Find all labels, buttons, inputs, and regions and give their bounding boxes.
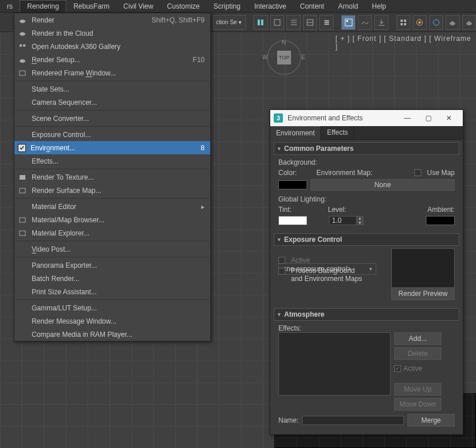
menu-render-message-window[interactable]: Render Message Window... xyxy=(14,314,210,328)
svg-rect-12 xyxy=(346,20,348,22)
menu-compare-media[interactable]: Compare Media in RAM Player... xyxy=(14,328,210,341)
maximize-button[interactable]: ▢ xyxy=(418,112,439,124)
svg-rect-28 xyxy=(23,44,25,47)
tint-label: Tint: xyxy=(278,206,324,214)
level-label: Level: xyxy=(328,206,374,214)
menu-render-cloud[interactable]: Render in the Cloud xyxy=(14,26,210,40)
use-map-checkbox[interactable] xyxy=(414,169,421,176)
tab-environment[interactable]: Environment xyxy=(270,126,321,140)
background-color-swatch[interactable] xyxy=(278,180,307,189)
menu-material-browser[interactable]: Material/Map Browser... xyxy=(14,213,210,226)
menu-render-surface-map[interactable]: Render Surface Map... xyxy=(14,184,210,197)
menu-render-setup[interactable]: Render Setup... F10 xyxy=(14,53,210,66)
menu-video-post[interactable]: Video Post... xyxy=(14,242,210,256)
menu-customize[interactable]: Customize xyxy=(160,1,207,12)
tab-effects[interactable]: Effects xyxy=(321,126,354,139)
active-label: Active xyxy=(403,365,422,373)
menu-batch-render[interactable]: Batch Render... xyxy=(14,272,210,285)
menu-render-to-texture[interactable]: Render To Texture... xyxy=(14,170,210,184)
rendering-menu: Render Shift+Q, Shift+F9 Render in the C… xyxy=(14,13,211,341)
panel-tabs: Environment Effects xyxy=(270,126,463,140)
minimize-button[interactable]: — xyxy=(397,112,418,124)
menu-effects[interactable]: Effects... xyxy=(14,154,210,168)
menu-rebusfarm[interactable]: RebusFarm xyxy=(66,1,116,12)
exposure-preview xyxy=(391,248,455,288)
svg-rect-16 xyxy=(401,23,403,25)
toolbar-icon[interactable] xyxy=(286,15,301,30)
menu-arnold[interactable]: Arnold xyxy=(331,1,365,12)
viewport-label[interactable]: [ + ] [ Front ] [ Standard ] [ Wireframe… xyxy=(335,35,476,51)
add-button[interactable]: Add... xyxy=(394,332,441,345)
move-down-button[interactable]: Move Down xyxy=(394,398,441,411)
panel-titlebar[interactable]: 3 Environment and Effects — ▢ ✕ xyxy=(270,110,463,126)
menu-separator xyxy=(16,299,209,300)
svg-point-25 xyxy=(20,20,25,23)
close-button[interactable]: ✕ xyxy=(439,112,459,124)
level-spinner[interactable]: 1.0 ▲▼ xyxy=(329,216,364,225)
svg-rect-8 xyxy=(324,20,329,21)
selection-set-dropdown[interactable]: ction Se ▾ xyxy=(213,15,246,30)
menu-rendered-frame-window[interactable]: Rendered Frame Window... xyxy=(14,66,210,79)
render-teapot-button[interactable] xyxy=(462,15,477,30)
rollout-header[interactable]: Common Parameters xyxy=(274,142,459,155)
menu-rendering[interactable]: Rendering xyxy=(20,0,66,12)
menu-scripting[interactable]: Scripting xyxy=(207,1,248,12)
svg-rect-22 xyxy=(451,21,454,22)
active-checkbox[interactable] xyxy=(394,365,401,372)
menu-render[interactable]: Render Shift+Q, Shift+F9 xyxy=(14,13,210,26)
delete-button[interactable]: Delete xyxy=(394,347,441,360)
menu-material-editor[interactable]: Material Editor ▸ xyxy=(14,200,210,213)
move-up-button[interactable]: Move Up xyxy=(394,383,441,396)
name-input[interactable] xyxy=(302,416,404,425)
render-preview-button[interactable]: Render Preview xyxy=(391,287,455,300)
menu-material-explorer[interactable]: Material Explorer... xyxy=(14,226,210,240)
menu-partial[interactable]: rs xyxy=(0,1,20,12)
menu-panorama-exporter[interactable]: Panorama Exporter... xyxy=(14,259,210,272)
ambient-label: Ambient: xyxy=(428,206,455,214)
toolbar-icon[interactable] xyxy=(413,15,427,30)
svg-rect-33 xyxy=(20,218,25,222)
effects-listbox[interactable] xyxy=(278,332,391,396)
process-bg-checkbox xyxy=(278,268,285,275)
render-setup-button[interactable] xyxy=(341,15,356,30)
menu-content[interactable]: Content xyxy=(293,1,331,12)
toolbar-icon[interactable] xyxy=(374,15,388,30)
merge-button[interactable]: Merge xyxy=(407,414,455,427)
rollout-common-parameters: Common Parameters Background: Color: Env… xyxy=(274,142,459,231)
menu-help[interactable]: Help xyxy=(365,1,393,12)
menu-gamma-lut-setup[interactable]: Gamma/LUT Setup... xyxy=(14,301,210,314)
toolbar-icon[interactable] xyxy=(429,15,444,30)
rollout-header[interactable]: Atmosphere xyxy=(274,308,459,321)
menu-scene-converter[interactable]: Scene Converter... xyxy=(14,112,210,125)
toolbar-icon[interactable] xyxy=(254,15,268,30)
spinner-up-icon[interactable]: ▲ xyxy=(356,217,363,221)
menu-environment[interactable]: Environment... 8 xyxy=(14,141,210,154)
viewcube-face[interactable]: TOP xyxy=(277,51,291,64)
menu-open-a360[interactable]: Open Autodesk A360 Gallery xyxy=(14,40,210,53)
menu-interactive[interactable]: Interactive xyxy=(247,1,293,12)
toolbar-icon[interactable] xyxy=(396,15,411,30)
env-map-button[interactable]: None xyxy=(311,179,455,191)
toolbar-icon[interactable] xyxy=(319,15,334,30)
active-label: Active xyxy=(291,256,310,264)
app-icon: 3 xyxy=(274,113,283,123)
menu-separator xyxy=(16,198,209,199)
menu-exposure-control[interactable]: Exposure Control... xyxy=(14,128,210,141)
use-map-label: Use Map xyxy=(427,169,455,177)
svg-rect-0 xyxy=(258,20,260,25)
svg-rect-9 xyxy=(324,22,329,23)
menu-civilview[interactable]: Civil View xyxy=(116,1,160,12)
toolbar-icon[interactable] xyxy=(270,15,285,30)
toolbar-icon[interactable] xyxy=(358,15,372,30)
spinner-down-icon[interactable]: ▼ xyxy=(356,221,363,225)
menu-camera-sequencer[interactable]: Camera Sequencer... xyxy=(14,96,210,109)
ambient-color-swatch[interactable] xyxy=(426,216,455,225)
toolbar-icon[interactable] xyxy=(303,15,318,30)
tint-color-swatch[interactable] xyxy=(278,216,307,225)
svg-rect-1 xyxy=(261,20,263,25)
rollout-header[interactable]: Exposure Control xyxy=(274,233,459,246)
menu-state-sets[interactable]: State Sets... xyxy=(14,82,210,96)
menu-print-size-assistant[interactable]: Print Size Assistant... xyxy=(14,285,210,298)
render-teapot-button[interactable] xyxy=(445,15,460,30)
viewcube[interactable]: TOP N W E xyxy=(267,40,301,75)
